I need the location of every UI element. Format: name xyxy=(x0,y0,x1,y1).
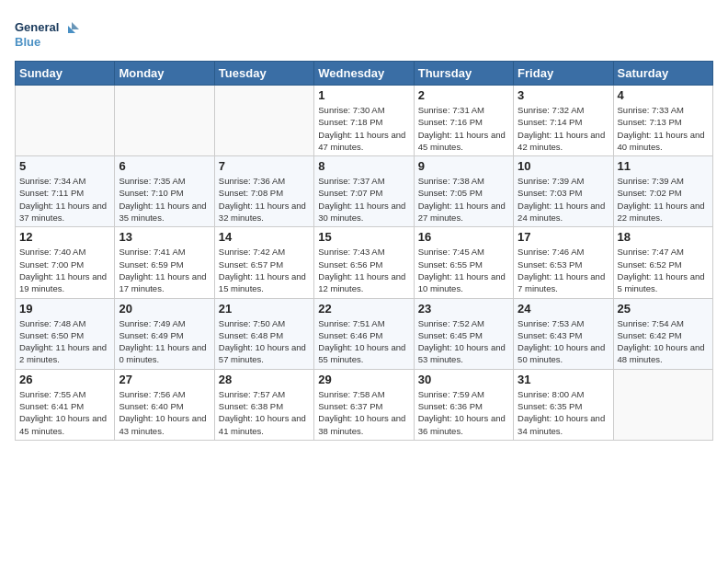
day-detail: Sunrise: 7:55 AM Sunset: 6:41 PM Dayligh… xyxy=(19,388,110,437)
calendar-cell: 6Sunrise: 7:35 AM Sunset: 7:10 PM Daylig… xyxy=(115,156,214,227)
day-detail: Sunrise: 7:32 AM Sunset: 7:14 PM Dayligh… xyxy=(518,104,609,153)
day-detail: Sunrise: 7:52 AM Sunset: 6:45 PM Dayligh… xyxy=(418,317,509,366)
calendar-cell: 18Sunrise: 7:47 AM Sunset: 6:52 PM Dayli… xyxy=(613,227,712,298)
day-number: 25 xyxy=(618,302,709,316)
calendar-cell: 7Sunrise: 7:36 AM Sunset: 7:08 PM Daylig… xyxy=(214,156,313,227)
day-detail: Sunrise: 7:42 AM Sunset: 6:57 PM Dayligh… xyxy=(219,246,310,294)
day-number: 27 xyxy=(119,373,210,386)
day-detail: Sunrise: 7:45 AM Sunset: 6:55 PM Dayligh… xyxy=(418,246,509,294)
day-detail: Sunrise: 7:35 AM Sunset: 7:10 PM Dayligh… xyxy=(119,175,210,224)
day-detail: Sunrise: 7:41 AM Sunset: 6:59 PM Dayligh… xyxy=(119,246,210,294)
day-number: 6 xyxy=(119,159,210,173)
calendar-cell: 27Sunrise: 7:56 AM Sunset: 6:40 PM Dayli… xyxy=(115,369,214,440)
day-number: 7 xyxy=(219,159,310,173)
calendar-cell: 28Sunrise: 7:57 AM Sunset: 6:38 PM Dayli… xyxy=(214,369,313,440)
day-number: 9 xyxy=(418,159,509,173)
day-number: 30 xyxy=(418,373,509,386)
day-number: 22 xyxy=(318,302,409,316)
day-number: 2 xyxy=(418,88,509,102)
day-detail: Sunrise: 7:43 AM Sunset: 6:56 PM Dayligh… xyxy=(318,246,409,294)
day-number: 20 xyxy=(119,302,210,316)
calendar-cell: 24Sunrise: 7:53 AM Sunset: 6:43 PM Dayli… xyxy=(514,298,613,369)
day-detail: Sunrise: 7:50 AM Sunset: 6:48 PM Dayligh… xyxy=(219,317,310,366)
calendar-cell: 15Sunrise: 7:43 AM Sunset: 6:56 PM Dayli… xyxy=(314,227,414,298)
day-number: 4 xyxy=(618,88,709,102)
calendar-cell: 9Sunrise: 7:38 AM Sunset: 7:05 PM Daylig… xyxy=(414,156,513,227)
calendar-cell xyxy=(214,86,313,156)
weekday-header-saturday: Saturday xyxy=(613,62,712,86)
day-number: 8 xyxy=(318,159,409,173)
day-detail: Sunrise: 7:34 AM Sunset: 7:11 PM Dayligh… xyxy=(19,175,110,224)
calendar-cell xyxy=(16,86,115,156)
day-detail: Sunrise: 7:57 AM Sunset: 6:38 PM Dayligh… xyxy=(219,388,310,437)
day-number: 23 xyxy=(418,302,509,316)
calendar-cell: 26Sunrise: 7:55 AM Sunset: 6:41 PM Dayli… xyxy=(16,369,115,440)
week-row-3: 12Sunrise: 7:40 AM Sunset: 7:00 PM Dayli… xyxy=(16,227,713,298)
calendar-cell: 5Sunrise: 7:34 AM Sunset: 7:11 PM Daylig… xyxy=(16,156,115,227)
day-detail: Sunrise: 8:00 AM Sunset: 6:35 PM Dayligh… xyxy=(518,388,609,437)
day-detail: Sunrise: 7:56 AM Sunset: 6:40 PM Dayligh… xyxy=(119,388,210,437)
day-number: 16 xyxy=(418,230,509,244)
day-detail: Sunrise: 7:38 AM Sunset: 7:05 PM Dayligh… xyxy=(418,175,509,224)
calendar-cell xyxy=(613,369,712,440)
day-number: 13 xyxy=(119,230,210,244)
calendar-cell: 12Sunrise: 7:40 AM Sunset: 7:00 PM Dayli… xyxy=(16,227,115,298)
day-detail: Sunrise: 7:40 AM Sunset: 7:00 PM Dayligh… xyxy=(19,246,110,294)
day-number: 31 xyxy=(518,373,609,386)
weekday-header-wednesday: Wednesday xyxy=(314,62,414,86)
day-number: 21 xyxy=(219,302,310,316)
day-detail: Sunrise: 7:53 AM Sunset: 6:43 PM Dayligh… xyxy=(518,317,609,366)
weekday-header-row: SundayMondayTuesdayWednesdayThursdayFrid… xyxy=(16,62,713,86)
day-number: 14 xyxy=(219,230,310,244)
logo: General Blue xyxy=(15,15,79,52)
week-row-2: 5Sunrise: 7:34 AM Sunset: 7:11 PM Daylig… xyxy=(16,156,713,227)
day-detail: Sunrise: 7:39 AM Sunset: 7:02 PM Dayligh… xyxy=(618,175,709,224)
calendar-cell: 31Sunrise: 8:00 AM Sunset: 6:35 PM Dayli… xyxy=(514,369,613,440)
day-detail: Sunrise: 7:30 AM Sunset: 7:18 PM Dayligh… xyxy=(318,104,409,153)
day-number: 12 xyxy=(19,230,110,244)
calendar-cell: 16Sunrise: 7:45 AM Sunset: 6:55 PM Dayli… xyxy=(414,227,513,298)
calendar-cell: 17Sunrise: 7:46 AM Sunset: 6:53 PM Dayli… xyxy=(514,227,613,298)
calendar-cell: 3Sunrise: 7:32 AM Sunset: 7:14 PM Daylig… xyxy=(514,86,613,156)
svg-text:General: General xyxy=(15,20,59,34)
weekday-header-monday: Monday xyxy=(115,62,214,86)
day-detail: Sunrise: 7:46 AM Sunset: 6:53 PM Dayligh… xyxy=(518,246,609,294)
day-number: 1 xyxy=(318,88,409,102)
calendar-cell: 13Sunrise: 7:41 AM Sunset: 6:59 PM Dayli… xyxy=(115,227,214,298)
day-number: 26 xyxy=(19,373,110,386)
weekday-header-sunday: Sunday xyxy=(16,62,115,86)
calendar-cell: 14Sunrise: 7:42 AM Sunset: 6:57 PM Dayli… xyxy=(214,227,313,298)
day-number: 11 xyxy=(618,159,709,173)
day-detail: Sunrise: 7:48 AM Sunset: 6:50 PM Dayligh… xyxy=(19,317,110,366)
calendar-cell: 21Sunrise: 7:50 AM Sunset: 6:48 PM Dayli… xyxy=(214,298,313,369)
calendar-cell: 19Sunrise: 7:48 AM Sunset: 6:50 PM Dayli… xyxy=(16,298,115,369)
day-detail: Sunrise: 7:59 AM Sunset: 6:36 PM Dayligh… xyxy=(418,388,509,437)
day-number: 15 xyxy=(318,230,409,244)
day-detail: Sunrise: 7:33 AM Sunset: 7:13 PM Dayligh… xyxy=(618,104,709,153)
day-number: 18 xyxy=(618,230,709,244)
day-detail: Sunrise: 7:51 AM Sunset: 6:46 PM Dayligh… xyxy=(318,317,409,366)
week-row-1: 1Sunrise: 7:30 AM Sunset: 7:18 PM Daylig… xyxy=(16,86,713,156)
weekday-header-tuesday: Tuesday xyxy=(214,62,313,86)
day-detail: Sunrise: 7:36 AM Sunset: 7:08 PM Dayligh… xyxy=(219,175,310,224)
day-number: 5 xyxy=(19,159,110,173)
day-number: 10 xyxy=(518,159,609,173)
day-number: 28 xyxy=(219,373,310,386)
day-detail: Sunrise: 7:31 AM Sunset: 7:16 PM Dayligh… xyxy=(418,104,509,153)
calendar-cell: 29Sunrise: 7:58 AM Sunset: 6:37 PM Dayli… xyxy=(314,369,414,440)
calendar-cell: 25Sunrise: 7:54 AM Sunset: 6:42 PM Dayli… xyxy=(613,298,712,369)
calendar-cell: 8Sunrise: 7:37 AM Sunset: 7:07 PM Daylig… xyxy=(314,156,414,227)
calendar-cell: 23Sunrise: 7:52 AM Sunset: 6:45 PM Dayli… xyxy=(414,298,513,369)
svg-marker-3 xyxy=(72,22,79,29)
calendar-cell: 20Sunrise: 7:49 AM Sunset: 6:49 PM Dayli… xyxy=(115,298,214,369)
day-detail: Sunrise: 7:54 AM Sunset: 6:42 PM Dayligh… xyxy=(618,317,709,366)
calendar-cell xyxy=(115,86,214,156)
week-row-5: 26Sunrise: 7:55 AM Sunset: 6:41 PM Dayli… xyxy=(16,369,713,440)
calendar-cell: 1Sunrise: 7:30 AM Sunset: 7:18 PM Daylig… xyxy=(314,86,414,156)
calendar-table: SundayMondayTuesdayWednesdayThursdayFrid… xyxy=(15,61,713,441)
day-detail: Sunrise: 7:37 AM Sunset: 7:07 PM Dayligh… xyxy=(318,175,409,224)
day-number: 19 xyxy=(19,302,110,316)
day-detail: Sunrise: 7:39 AM Sunset: 7:03 PM Dayligh… xyxy=(518,175,609,224)
day-number: 24 xyxy=(518,302,609,316)
day-detail: Sunrise: 7:47 AM Sunset: 6:52 PM Dayligh… xyxy=(618,246,709,294)
